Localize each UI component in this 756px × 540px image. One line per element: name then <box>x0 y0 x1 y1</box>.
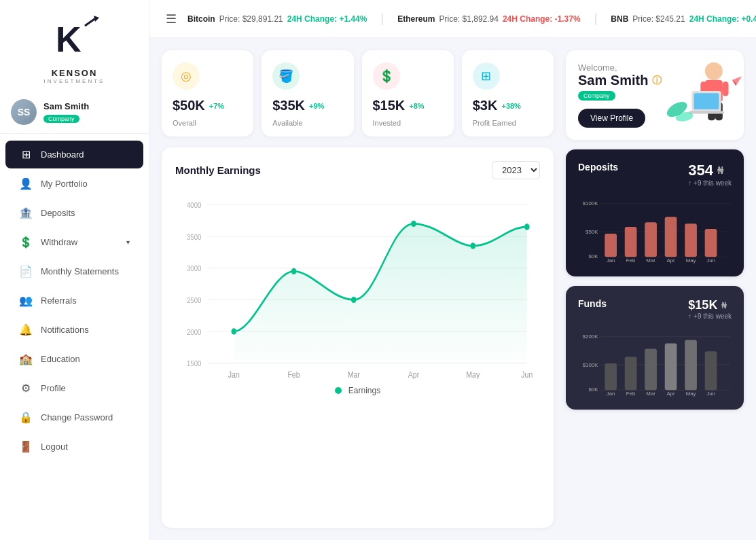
sidebar-item-label: Education <box>41 354 130 364</box>
svg-point-26 <box>470 242 475 249</box>
hamburger-icon[interactable]: ☰ <box>166 12 177 26</box>
svg-text:Apr: Apr <box>408 370 419 379</box>
sidebar-item-label: Monthly Statements <box>41 266 130 276</box>
svg-rect-50 <box>665 217 677 257</box>
stat-change-overall: +7% <box>209 102 224 110</box>
svg-text:Feb: Feb <box>626 257 636 264</box>
sidebar-item-label: Withdraw <box>41 237 118 247</box>
sidebar-item-deposits[interactable]: 🏦 Deposits <box>5 199 143 227</box>
ticker-separator: | <box>380 12 384 26</box>
info-icon: ⓘ <box>652 75 662 87</box>
svg-rect-67 <box>645 348 657 390</box>
profile-icon: ⚙ <box>19 382 33 395</box>
stat-card-invested: 💲 $15K +8% Invested <box>362 50 454 137</box>
view-profile-button[interactable]: View Profile <box>578 109 645 128</box>
funds-week: ↑ +9 this week <box>688 312 732 320</box>
svg-point-22 <box>231 328 236 334</box>
svg-text:$100K: $100K <box>583 200 598 206</box>
sidebar: K KENSON INVESTMENTS SS Sam Smith Compan… <box>0 0 149 540</box>
stat-amount-profit: $3K +38% <box>473 98 543 113</box>
svg-text:May: May <box>686 257 696 264</box>
svg-text:2000: 2000 <box>187 327 201 336</box>
stat-icon-overall: ◎ <box>173 62 200 90</box>
ticker-ethereum: Ethereum Price: $1,892.94 24H Change: -1… <box>397 14 580 24</box>
legend-dot-earnings <box>335 387 342 394</box>
deposits-title: Deposits <box>578 162 618 173</box>
legend-label-earnings: Earnings <box>348 386 380 395</box>
ticker-name: BNB <box>611 14 628 24</box>
svg-text:Jan: Jan <box>607 257 615 264</box>
sidebar-item-education[interactable]: 🏫 Education <box>5 345 143 373</box>
svg-text:3500: 3500 <box>187 232 201 241</box>
svg-text:Jan: Jan <box>607 391 615 397</box>
sidebar-item-notifications[interactable]: 🔔 Notifications <box>5 316 143 344</box>
stat-card-overall: ◎ $50K +7% Overall <box>162 50 253 137</box>
svg-text:4000: 4000 <box>187 200 201 209</box>
chart-legend: Earnings <box>175 386 540 395</box>
crypto-ticker: Bitcoin Price: $29,891.21 24H Change: +1… <box>187 12 756 26</box>
stat-amount-invested: $15K +8% <box>373 98 443 113</box>
ticker-name: Ethereum <box>397 14 435 24</box>
svg-text:Jun: Jun <box>706 391 715 397</box>
deposits-currency-icon: ₦ <box>717 165 723 176</box>
svg-text:$100K: $100K <box>583 362 598 368</box>
funds-header: Funds $15K ₦ ↑ +9 this week <box>578 298 732 320</box>
svg-marker-39 <box>732 76 742 86</box>
svg-text:Mar: Mar <box>646 391 655 397</box>
svg-text:$50K: $50K <box>586 229 598 235</box>
sidebar-item-withdraw[interactable]: 💲 Withdraw ▾ <box>5 228 143 256</box>
svg-text:2500: 2500 <box>187 295 201 304</box>
chevron-down-icon: ▾ <box>126 238 130 246</box>
ticker-price: Price: $1,892.94 <box>439 14 499 24</box>
welcome-card: Welcome, Sam Smith ⓘ Company View Profil… <box>566 50 744 140</box>
user-badge: Company <box>43 115 79 123</box>
svg-rect-51 <box>685 223 697 257</box>
dashboard-icon: ⊞ <box>19 148 33 161</box>
sidebar-item-label: Logout <box>41 442 130 452</box>
right-panel: Welcome, Sam Smith ⓘ Company View Profil… <box>566 50 744 528</box>
sidebar-item-changepassword[interactable]: 🔒 Change Password <box>5 403 143 431</box>
stat-change-available: +9% <box>309 102 324 110</box>
sidebar-item-dashboard[interactable]: ⊞ Dashboard <box>5 141 143 168</box>
svg-text:$0K: $0K <box>588 386 598 393</box>
svg-text:3000: 3000 <box>187 264 201 272</box>
sidebar-item-referrals[interactable]: 👥 Referrals <box>5 287 143 314</box>
stat-amount-overall: $50K +7% <box>173 98 242 113</box>
ticker-bnb: BNB Price: $245.21 24H Change: +0.46% <box>611 14 756 24</box>
stat-change-profit: +38% <box>501 102 520 110</box>
year-select[interactable]: 2023 2022 2021 <box>492 161 540 179</box>
funds-card: Funds $15K ₦ ↑ +9 this week $200K $ <box>566 286 744 410</box>
education-icon: 🏫 <box>19 353 33 365</box>
avatar: SS <box>11 99 37 125</box>
stat-icon-profit: ⊞ <box>473 62 500 90</box>
chart-header: Monthly Earnings 2023 2022 2021 <box>175 161 540 179</box>
svg-text:1500: 1500 <box>187 359 201 367</box>
stat-icon-available: 🪣 <box>272 62 300 90</box>
user-name: Sam Smith <box>43 101 89 111</box>
sidebar-item-profile[interactable]: ⚙ Profile <box>5 374 143 402</box>
sidebar-item-portfolio[interactable]: 👤 My Portfolio <box>5 170 143 198</box>
page-body: ◎ $50K +7% Overall 🪣 $35K +9% Available <box>149 38 756 540</box>
svg-rect-31 <box>723 82 729 96</box>
topbar: ☰ Bitcoin Price: $29,891.21 24H Change: … <box>149 0 756 38</box>
sidebar-item-label: Deposits <box>41 208 130 218</box>
chart-card: Monthly Earnings 2023 2022 2021 <box>162 147 554 528</box>
portfolio-icon: 👤 <box>19 177 33 190</box>
ticker-name: Bitcoin <box>187 14 215 24</box>
svg-rect-65 <box>605 363 617 390</box>
sidebar-item-label: Dashboard <box>41 149 130 160</box>
stats-row: ◎ $50K +7% Overall 🪣 $35K +9% Available <box>162 50 554 137</box>
sidebar-item-statements[interactable]: 📄 Monthly Statements <box>5 257 143 285</box>
deposits-header: Deposits 354 ₦ ↑ +9 this week <box>578 162 732 187</box>
svg-text:$0K: $0K <box>588 253 598 259</box>
svg-text:Jun: Jun <box>706 257 715 264</box>
svg-point-28 <box>705 62 723 80</box>
svg-rect-52 <box>705 229 717 257</box>
ticker-bitcoin: Bitcoin Price: $29,891.21 24H Change: +1… <box>187 14 367 24</box>
deposits-chart: $100K $50K $0K <box>578 196 732 264</box>
funds-amount: $15K ₦ <box>688 298 732 312</box>
statements-icon: 📄 <box>19 265 33 278</box>
svg-point-23 <box>291 268 297 274</box>
sidebar-item-logout[interactable]: 🚪 Logout <box>5 433 143 461</box>
svg-text:Feb: Feb <box>626 391 636 397</box>
